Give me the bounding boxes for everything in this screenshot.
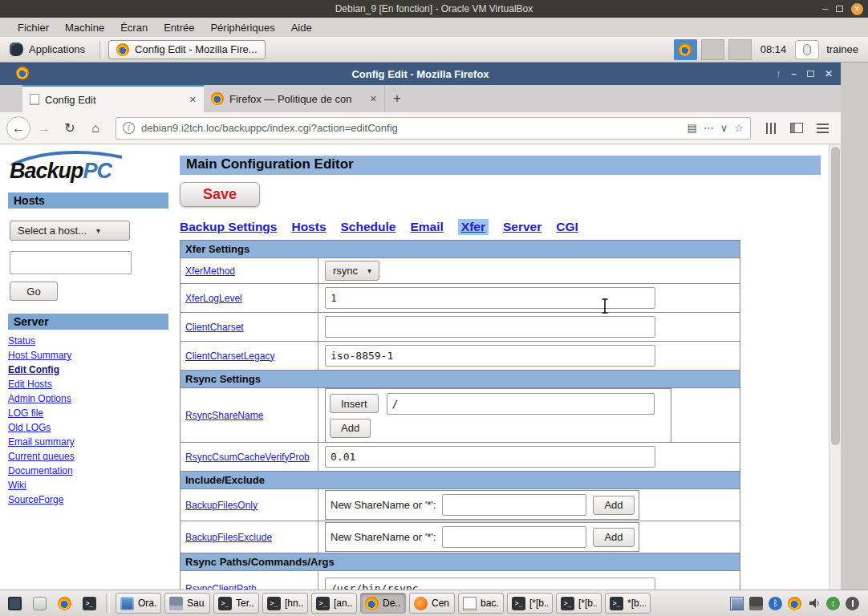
sidebar-item-edit-config[interactable]: Edit Config [8,363,173,377]
reader-mode-icon[interactable]: ▤ [688,122,697,134]
tab-schedule[interactable]: Schedule [341,220,396,234]
new-tab-button[interactable]: + [385,85,409,112]
vbox-close-button[interactable]: ✕ [851,3,863,15]
library-button[interactable] [759,116,783,140]
home-button[interactable]: ⌂ [83,116,107,140]
backupfilesexclude-input[interactable] [442,526,586,548]
sidebar-item-admin-options[interactable]: Admin Options [8,391,173,406]
menu-machine[interactable]: Machine [57,22,112,34]
add-button[interactable]: Add [593,528,634,547]
tab-server[interactable]: Server [503,220,541,234]
tab-close-icon[interactable]: ✕ [189,95,197,105]
sidebar-item-host-summary[interactable]: Host Summary [8,348,173,363]
tab-config-edit[interactable]: Config Edit ✕ [22,85,204,112]
task-button-hn[interactable]: >_[hn... [262,593,308,614]
terminal-launcher[interactable]: >_ [79,593,100,614]
tab-close-icon[interactable]: ✕ [370,94,377,104]
clientcharset-input[interactable] [325,316,655,338]
vbox-restore-button[interactable] [836,6,843,12]
url-bar[interactable]: i debian9.i2tch.loc/backuppc/index.cgi?a… [116,117,751,140]
task-button-bac[interactable]: bac... [458,593,504,614]
clientcharsetlegacy-input[interactable] [325,345,655,367]
power-icon[interactable] [846,597,859,610]
window-indicator[interactable] [728,39,752,60]
restore-button[interactable] [807,71,814,77]
task-button-b1[interactable]: >_[*[b... [507,593,553,614]
param-link-clientcharset[interactable]: ClientCharset [185,322,244,333]
param-link-xfermethod[interactable]: XferMethod [185,265,235,277]
vbox-minimize-button[interactable]: – [822,3,828,14]
sidebar-item-documentation[interactable]: Documentation [8,464,173,478]
menu-peripheriques[interactable]: Périphériques [202,22,282,34]
add-button[interactable]: Add [330,419,371,438]
bluetooth-icon[interactable]: ᛒ [769,597,782,610]
host-search-input[interactable] [10,251,132,274]
param-link-backupfilesexclude[interactable]: BackupFilesExclude [185,532,272,543]
sidebar-item-log-file[interactable]: LOG file [8,406,173,420]
task-button-debian-firefox[interactable]: De... [360,593,406,614]
param-link-xferloglevel[interactable]: XferLogLevel [185,293,242,304]
insert-button[interactable]: Insert [330,394,379,413]
rsynccsumcacheverifyprob-input[interactable] [325,446,655,468]
task-button-b3[interactable]: >_*[b... [605,593,651,614]
sidebar-item-sourceforge[interactable]: SourceForge [8,492,173,507]
forward-button[interactable]: → [32,116,56,140]
param-link-rsyncclientpath[interactable]: RsyncClientPath [185,583,257,590]
site-info-icon[interactable]: i [123,122,135,134]
bookmark-star-icon[interactable]: ☆ [734,122,744,134]
go-button[interactable]: Go [10,282,58,301]
task-button-sau[interactable]: Sau... [164,593,210,614]
vertical-scrollbar[interactable] [829,144,841,590]
xfermethod-select[interactable]: rsync ▾ [325,261,379,281]
notification-applet[interactable] [795,40,819,59]
volume-icon[interactable] [807,597,821,610]
task-button-b2[interactable]: >_[*[b... [556,593,602,614]
sidebar-item-wiki[interactable]: Wiki [8,478,173,492]
add-button[interactable]: Add [593,496,634,515]
task-button-an[interactable]: >_[an... [311,593,357,614]
firefox-tray-icon[interactable] [788,597,801,610]
window-indicator[interactable] [701,39,724,60]
keyboard-layout-icon[interactable] [749,597,763,610]
firefox-window-indicator[interactable] [674,39,697,60]
reload-button[interactable]: ↻ [58,116,82,140]
file-manager-launcher[interactable] [29,593,51,614]
task-button-terminal[interactable]: >_Ter... [213,593,259,614]
applications-menu-button[interactable]: Applications [0,37,95,62]
task-button-cen[interactable]: Cen... [409,593,455,614]
firefox-launcher[interactable] [54,593,75,614]
minimize-button[interactable]: – [791,68,797,79]
shade-button[interactable]: ↑ [776,68,781,79]
rsyncclientpath-input[interactable] [325,578,655,590]
menu-ecran[interactable]: Écran [112,22,156,34]
clipboard-manager-icon[interactable] [730,597,744,610]
backupfilesonly-input[interactable] [442,494,586,516]
url-text[interactable]: debian9.i2tch.loc/backuppc/index.cgi?act… [141,122,681,134]
tab-cgi[interactable]: CGI [556,220,578,234]
network-icon[interactable]: ↕ [826,597,840,610]
page-actions-icon[interactable]: ⋯ [704,122,714,134]
task-button-oracle[interactable]: Ora... [116,593,161,614]
host-select-dropdown[interactable]: Select a host... ▾ [10,221,130,241]
sidebar-item-old-logs[interactable]: Old LOGs [8,420,173,435]
back-button[interactable]: ← [6,116,30,140]
sidebar-item-email-summary[interactable]: Email summary [8,435,173,449]
tab-hosts[interactable]: Hosts [291,220,326,234]
show-desktop-button[interactable] [4,593,26,614]
xferloglevel-input[interactable] [325,287,655,309]
tab-backup-settings[interactable]: Backup Settings [180,220,277,234]
sidebar-item-status[interactable]: Status [8,334,173,348]
param-link-rsynccsumcacheverifyprob[interactable]: RsyncCsumCacheVerifyProb [185,452,310,463]
param-link-backupfilesonly[interactable]: BackupFilesOnly [185,500,258,511]
sidebar-toggle-button[interactable] [785,116,809,140]
scrollbar-thumb[interactable] [831,147,840,445]
tab-firefox-privacy[interactable]: Firefox — Politique de con ✕ [204,85,385,112]
rsyncsharename-input[interactable] [387,393,655,415]
param-link-rsyncsharename[interactable]: RsyncShareName [185,410,263,421]
close-button[interactable]: ✕ [825,68,833,79]
save-button[interactable]: Save [180,182,260,207]
menu-button[interactable] [810,116,834,140]
pocket-icon[interactable]: ∨ [720,122,728,134]
active-window-task-button[interactable]: Config Edit - Mozilla Fire... [108,40,265,59]
tab-xfer[interactable]: Xfer [458,219,489,235]
